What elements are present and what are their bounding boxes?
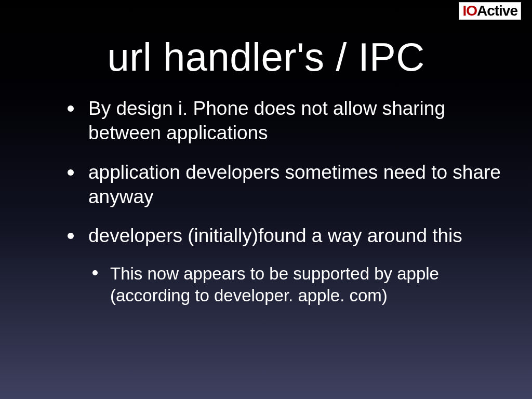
bullet-dot-icon	[68, 169, 74, 176]
bullet-dot-icon	[68, 105, 74, 112]
slide: IOActive TM url handler's / IPC By desig…	[0, 0, 532, 399]
logo-part-io: IO	[462, 3, 477, 19]
sub-bullet-dot-icon	[92, 270, 98, 275]
bullet-text: application developers sometimes need to…	[88, 160, 501, 209]
sub-bullet-text: This now appears to be supported by appl…	[110, 263, 501, 307]
logo-tm: TM	[522, 3, 529, 8]
bullet-item: By design i. Phone does not allow sharin…	[68, 96, 501, 145]
bullet-item: application developers sometimes need to…	[68, 160, 501, 209]
sub-bullet-list: This now appears to be supported by appl…	[92, 263, 501, 307]
bullet-text: developers (initially)found a way around…	[88, 223, 462, 248]
sub-bullet-item: This now appears to be supported by appl…	[92, 263, 501, 307]
brand-logo: IOActive TM	[459, 2, 529, 20]
bullet-list: By design i. Phone does not allow sharin…	[68, 96, 501, 307]
logo-part-active: Active	[477, 3, 517, 19]
logo-box: IOActive	[459, 2, 521, 20]
bullet-dot-icon	[68, 233, 74, 239]
bullet-item: developers (initially)found a way around…	[68, 223, 501, 248]
bullet-text: By design i. Phone does not allow sharin…	[88, 96, 501, 145]
slide-title: url handler's / IPC	[0, 34, 532, 79]
